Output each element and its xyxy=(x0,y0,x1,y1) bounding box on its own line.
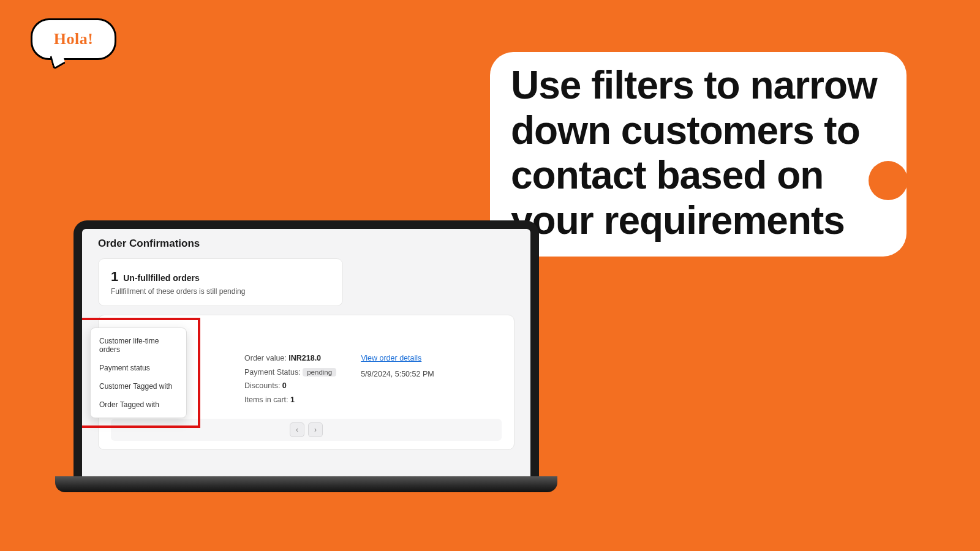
pager-prev-button[interactable]: ‹ xyxy=(290,422,304,437)
summary-count-line: 1 Un-fullfilled orders xyxy=(111,269,330,285)
speech-bubble-text: Hola! xyxy=(54,30,94,48)
payment-status-badge: pending xyxy=(303,368,336,377)
payment-status-label: Payment Status: xyxy=(244,368,301,377)
speech-bubble-body: Hola! xyxy=(31,18,116,60)
chevron-left-icon: ‹ xyxy=(296,425,298,434)
items-label: Items in cart: xyxy=(244,395,288,404)
discounts-value: 0 xyxy=(282,381,287,390)
filter-dropdown[interactable]: Customer life-time orders Payment status… xyxy=(90,328,187,418)
order-meta-col: View order details 5/9/2024, 5:50:52 PM xyxy=(361,351,434,407)
order-row: Order value: INR218.0 Payment Status: pe… xyxy=(244,351,502,407)
headline-card: Use filters to narrow down customers to … xyxy=(490,52,907,257)
orders-card: Add filter + Customer life-time orders P… xyxy=(98,315,514,450)
app-screen: Order Confirmations 1 Un-fullfilled orde… xyxy=(82,229,530,484)
filter-option-customer-tagged[interactable]: Customer Tagged with xyxy=(91,377,186,395)
speech-bubble-tail xyxy=(50,50,66,70)
filter-option-order-tagged[interactable]: Order Tagged with xyxy=(91,395,186,414)
order-value: INR218.0 xyxy=(288,354,321,362)
headline-notch xyxy=(869,161,908,200)
hola-speech-bubble: Hola! xyxy=(31,18,116,70)
view-order-details-link[interactable]: View order details xyxy=(361,354,421,362)
summary-label: Un-fullfilled orders xyxy=(123,273,199,283)
headline-text: Use filters to narrow down customers to … xyxy=(511,63,877,242)
laptop-base xyxy=(55,476,557,492)
chevron-right-icon: › xyxy=(314,425,317,434)
summary-count: 1 xyxy=(111,269,118,285)
order-timestamp: 5/9/2024, 5:50:52 PM xyxy=(361,367,434,381)
laptop-mock: Order Confirmations 1 Un-fullfilled orde… xyxy=(74,220,539,484)
pager: ‹ › xyxy=(111,419,502,441)
filter-option-lifetime-orders[interactable]: Customer life-time orders xyxy=(91,332,186,359)
items-value: 1 xyxy=(290,395,295,404)
discounts-label: Discounts: xyxy=(244,381,280,390)
summary-card: 1 Un-fullfilled orders Fullfillment of t… xyxy=(98,258,343,306)
laptop-bezel: Order Confirmations 1 Un-fullfilled orde… xyxy=(74,220,539,484)
pager-next-button[interactable]: › xyxy=(308,422,323,437)
order-value-label: Order value: xyxy=(244,354,287,362)
page-title: Order Confirmations xyxy=(98,238,514,250)
summary-subtext: Fullfillment of these orders is still pe… xyxy=(111,287,330,296)
filter-option-payment-status[interactable]: Payment status xyxy=(91,359,186,377)
order-details-col: Order value: INR218.0 Payment Status: pe… xyxy=(244,351,336,407)
